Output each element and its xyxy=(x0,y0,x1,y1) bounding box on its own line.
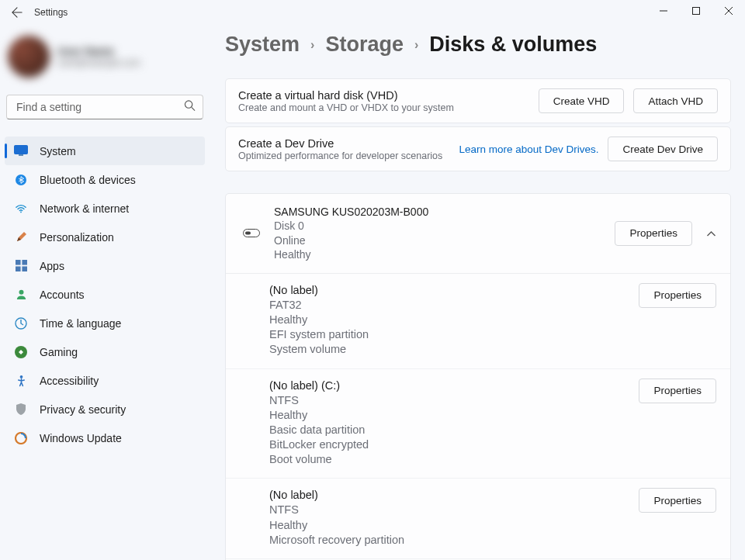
svg-rect-6 xyxy=(15,146,28,154)
svg-rect-7 xyxy=(19,154,23,156)
person-icon xyxy=(14,288,28,302)
svg-rect-11 xyxy=(22,260,27,265)
clock-globe-icon xyxy=(14,316,28,330)
devdrive-card: Create a Dev Drive Optimized performance… xyxy=(225,126,731,171)
svg-rect-1 xyxy=(693,8,700,15)
breadcrumb-system[interactable]: System xyxy=(225,33,300,57)
sidebar-item-label: Network & internet xyxy=(40,202,129,215)
sidebar-item-personalization[interactable]: Personalization xyxy=(5,223,205,251)
volume-properties-button[interactable]: Properties xyxy=(639,488,716,513)
volume-line: EFI system partition xyxy=(269,327,639,342)
volume-name: (No label) (C:) xyxy=(269,379,639,393)
svg-point-9 xyxy=(20,211,22,213)
vhd-subtitle: Create and mount a VHD or VHDX to your s… xyxy=(238,102,529,113)
svg-rect-10 xyxy=(16,260,21,265)
sidebar-item-label: Apps xyxy=(40,260,64,272)
profile-block[interactable]: User Name user@example.com xyxy=(8,36,140,78)
volume-health: Healthy xyxy=(269,313,639,327)
sidebar-item-label: Windows Update xyxy=(40,432,122,444)
svg-point-4 xyxy=(185,101,192,108)
sidebar-item-bluetooth[interactable]: Bluetooth & devices xyxy=(5,165,205,194)
create-vhd-button[interactable]: Create VHD xyxy=(539,88,625,113)
svg-rect-12 xyxy=(16,266,21,271)
volume-row: (No label) (C:) NTFS Healthy Basic data … xyxy=(226,369,730,479)
volume-name: (No label) xyxy=(269,488,639,503)
accessibility-icon xyxy=(14,374,28,388)
apps-icon xyxy=(14,259,28,273)
devdrive-subtitle: Optimized performance for developer scen… xyxy=(238,150,449,161)
breadcrumb-storage[interactable]: Storage xyxy=(325,33,404,57)
sidebar-item-label: Accounts xyxy=(40,289,85,301)
back-button[interactable] xyxy=(6,2,28,23)
disk-properties-button[interactable]: Properties xyxy=(615,221,692,246)
svg-line-5 xyxy=(192,107,195,110)
sidebar-item-apps[interactable]: Apps xyxy=(5,251,205,280)
sidebar-item-update[interactable]: Windows Update xyxy=(5,423,205,452)
minimize-button[interactable] xyxy=(647,0,680,22)
volume-properties-button[interactable]: Properties xyxy=(639,379,716,403)
disk-icon xyxy=(240,229,263,238)
gaming-icon xyxy=(14,345,28,359)
disk-header[interactable]: SAMSUNG KUS020203M-B000 Disk 0 Online He… xyxy=(226,194,730,274)
sidebar-item-system[interactable]: System xyxy=(5,137,205,165)
sidebar-item-label: Privacy & security xyxy=(40,403,126,416)
search-input[interactable] xyxy=(6,95,203,119)
bluetooth-icon xyxy=(14,173,28,187)
volume-fs: FAT32 xyxy=(269,298,639,313)
sidebar-item-time-language[interactable]: Time & language xyxy=(5,309,205,337)
avatar xyxy=(8,36,50,78)
disk-name: SAMSUNG KUS020203M-B000 xyxy=(274,205,615,219)
sidebar-item-label: Gaming xyxy=(40,346,78,358)
update-icon xyxy=(14,431,28,445)
disk-id: Disk 0 xyxy=(274,219,615,233)
profile-name: User Name xyxy=(57,45,140,57)
sidebar-item-accounts[interactable]: Accounts xyxy=(5,280,205,309)
breadcrumb: System › Storage › Disks & volumes xyxy=(225,33,731,57)
svg-rect-20 xyxy=(245,231,251,234)
volume-health: Healthy xyxy=(269,518,639,533)
sidebar-item-gaming[interactable]: Gaming xyxy=(5,337,205,366)
volume-line: Boot volume xyxy=(269,452,639,467)
disk-section: SAMSUNG KUS020203M-B000 Disk 0 Online He… xyxy=(225,193,731,560)
volume-properties-button[interactable]: Properties xyxy=(639,283,716,308)
sidebar-item-network[interactable]: Network & internet xyxy=(5,194,205,223)
sidebar-item-label: Time & language xyxy=(40,317,121,330)
svg-rect-13 xyxy=(22,266,27,271)
search-icon xyxy=(184,100,196,115)
maximize-button[interactable] xyxy=(680,0,712,22)
sidebar-item-privacy[interactable]: Privacy & security xyxy=(5,395,205,423)
close-button[interactable] xyxy=(712,0,745,22)
shield-icon xyxy=(14,403,28,417)
vhd-card: Create a virtual hard disk (VHD) Create … xyxy=(225,78,731,123)
profile-email: user@example.com xyxy=(57,57,140,68)
app-title: Settings xyxy=(34,7,68,18)
volume-fs: NTFS xyxy=(269,393,639,408)
volume-row: (No label) FAT32 Healthy EFI system part… xyxy=(226,274,730,369)
volume-name: (No label) xyxy=(269,283,639,298)
devdrive-link[interactable]: Learn more about Dev Drives. xyxy=(459,143,598,155)
svg-point-14 xyxy=(19,290,23,295)
vhd-title: Create a virtual hard disk (VHD) xyxy=(238,89,529,102)
volume-fs: NTFS xyxy=(269,503,639,517)
paintbrush-icon xyxy=(14,230,28,244)
svg-point-17 xyxy=(19,375,23,378)
sidebar-item-label: System xyxy=(40,145,76,157)
sidebar-item-accessibility[interactable]: Accessibility xyxy=(5,366,205,395)
create-devdrive-button[interactable]: Create Dev Drive xyxy=(608,137,718,161)
volume-line: BitLocker encrypted xyxy=(269,437,639,452)
page-title: Disks & volumes xyxy=(429,33,597,57)
arrow-left-icon xyxy=(12,7,23,18)
volume-line: System volume xyxy=(269,342,639,357)
chevron-right-icon: › xyxy=(414,38,418,52)
attach-vhd-button[interactable]: Attach VHD xyxy=(633,88,718,113)
chevron-right-icon: › xyxy=(310,38,314,52)
devdrive-title: Create a Dev Drive xyxy=(238,137,449,150)
volume-line: Basic data partition xyxy=(269,423,639,437)
sidebar-item-label: Accessibility xyxy=(40,375,99,387)
monitor-icon xyxy=(14,144,28,158)
volume-health: Healthy xyxy=(269,408,639,423)
sidebar: System Bluetooth & devices Network & int… xyxy=(5,137,205,452)
sidebar-item-label: Bluetooth & devices xyxy=(40,174,136,186)
chevron-up-icon[interactable] xyxy=(706,226,716,240)
disk-state: Online xyxy=(274,233,615,247)
